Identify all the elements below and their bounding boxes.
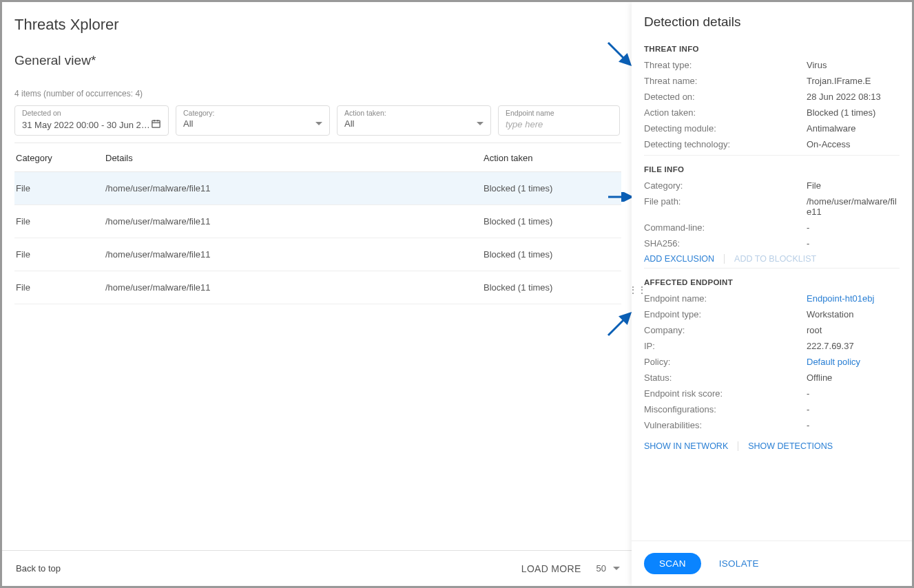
cell-details: /home/user/malware/file11 <box>105 282 484 293</box>
kv-val: - <box>807 222 900 233</box>
svg-rect-0 <box>152 120 160 127</box>
affected-endpoint-header: AFFECTED ENDPOINT <box>644 275 900 286</box>
load-more-button[interactable]: LOAD MORE <box>521 563 581 574</box>
kv-key: Vulnerabilities: <box>644 420 807 430</box>
filter-action-taken[interactable]: Action taken: All <box>337 105 491 136</box>
cell-action: Blocked (1 times) <box>484 183 621 193</box>
endpoint-actions: SHOW IN NETWORK SHOW DETECTIONS <box>644 441 900 451</box>
filters-row: Detected on 31 May 2022 00:00 - 30 Jun 2… <box>14 105 621 136</box>
cell-action: Blocked (1 times) <box>484 282 621 293</box>
kv-key: Endpoint type: <box>644 309 807 319</box>
filter-value: All <box>183 118 193 129</box>
filter-label: Endpoint name <box>506 109 612 117</box>
footer-bar: Back to top LOAD MORE 50 <box>2 550 634 586</box>
filter-value: 31 May 2022 00:00 - 30 Jun 202... <box>22 120 151 130</box>
kv-key: Status: <box>644 372 807 383</box>
cell-details: /home/user/malware/file11 <box>105 216 484 227</box>
kv-key: Policy: <box>644 357 807 367</box>
filter-value: All <box>344 118 354 129</box>
filter-label: Action taken: <box>344 109 484 117</box>
table-row[interactable]: File /home/user/malware/file11 Blocked (… <box>14 172 621 205</box>
page-title: Threats Xplorer <box>14 16 621 34</box>
kv-val: Workstation <box>807 309 900 319</box>
threat-info-header: THREAT INFO <box>644 42 900 53</box>
table-header: Category Details Action taken <box>14 143 621 172</box>
kv-key: Action taken: <box>644 107 807 118</box>
col-details: Details <box>105 153 484 163</box>
kv-val: On-Access <box>807 139 900 149</box>
kv-key: File path: <box>644 196 807 217</box>
kv-val: 28 Jun 2022 08:13 <box>807 92 900 102</box>
col-category: Category <box>14 153 105 163</box>
kv-key: Command-line: <box>644 222 807 233</box>
divider <box>644 268 900 269</box>
cell-category: File <box>14 216 105 227</box>
policy-link[interactable]: Default policy <box>807 357 860 367</box>
kv-key: Endpoint name: <box>644 293 807 304</box>
filter-category[interactable]: Category: All <box>176 105 330 136</box>
back-to-top-link[interactable]: Back to top <box>16 563 61 574</box>
kv-key: Misconfigurations: <box>644 404 807 414</box>
drag-handle-icon[interactable]: ⋮⋮ <box>628 288 646 291</box>
kv-val: 222.7.69.37 <box>807 341 900 351</box>
cell-details: /home/user/malware/file11 <box>105 249 484 260</box>
kv-key: Company: <box>644 325 807 335</box>
file-info-header: FILE INFO <box>644 162 900 174</box>
kv-key: Threat type: <box>644 60 807 70</box>
kv-val: Blocked (1 times) <box>807 107 900 118</box>
filter-label: Category: <box>183 109 322 117</box>
load-more-area: LOAD MORE 50 <box>521 563 620 574</box>
items-count: 4 items (number of occurrences: 4) <box>14 89 621 98</box>
sub-title: General view* <box>14 53 621 68</box>
calendar-icon <box>151 118 161 131</box>
kv-key: IP: <box>644 341 807 351</box>
kv-key: Detecting technology: <box>644 139 807 149</box>
side-title: Detection details <box>644 14 900 30</box>
cell-action: Blocked (1 times) <box>484 249 621 260</box>
kv-val: /home/user/malware/file11 <box>807 196 900 217</box>
chevron-down-icon <box>315 122 322 125</box>
divider <box>644 155 900 156</box>
kv-key: Detected on: <box>644 92 807 102</box>
cell-details: /home/user/malware/file11 <box>105 183 484 193</box>
add-exclusion-button[interactable]: ADD EXCLUSION <box>644 254 725 264</box>
main-panel: Threats Xplorer General view* 4 items (n… <box>2 2 634 586</box>
kv-key: Detecting module: <box>644 123 807 134</box>
table-row[interactable]: File /home/user/malware/file11 Blocked (… <box>14 238 621 271</box>
cell-category: File <box>14 282 105 293</box>
isolate-button[interactable]: ISOLATE <box>719 558 759 569</box>
cell-action: Blocked (1 times) <box>484 216 621 227</box>
side-footer: SCAN ISOLATE <box>632 540 912 586</box>
filter-detected-on[interactable]: Detected on 31 May 2022 00:00 - 30 Jun 2… <box>14 105 169 136</box>
kv-val: - <box>807 238 900 249</box>
kv-val: - <box>807 420 900 430</box>
kv-val: Trojan.IFrame.E <box>807 76 900 86</box>
filter-endpoint-name[interactable]: Endpoint name <box>498 105 620 136</box>
kv-val: Virus <box>807 60 900 70</box>
endpoint-name-input[interactable] <box>506 119 612 129</box>
page-size-select[interactable]: 50 <box>596 563 620 574</box>
show-detections-button[interactable]: SHOW DETECTIONS <box>738 441 842 451</box>
filter-label: Detected on <box>22 109 161 117</box>
table-row[interactable]: File /home/user/malware/file11 Blocked (… <box>14 205 621 238</box>
kv-val: Offline <box>807 372 900 383</box>
add-to-blocklist-button: ADD TO BLOCKLIST <box>725 254 826 264</box>
kv-key: Endpoint risk score: <box>644 388 807 399</box>
cell-category: File <box>14 183 105 193</box>
cell-category: File <box>14 249 105 260</box>
kv-key: SHA256: <box>644 238 807 249</box>
kv-val: - <box>807 388 900 399</box>
kv-val: Antimalware <box>807 123 900 134</box>
show-in-network-button[interactable]: SHOW IN NETWORK <box>644 441 738 451</box>
kv-key: Category: <box>644 180 807 191</box>
table-row[interactable]: File /home/user/malware/file11 Blocked (… <box>14 271 621 304</box>
kv-val: - <box>807 404 900 414</box>
page-size-value: 50 <box>596 563 606 574</box>
scan-button[interactable]: SCAN <box>644 553 701 574</box>
chevron-down-icon <box>477 122 484 125</box>
kv-val: File <box>807 180 900 191</box>
col-action: Action taken <box>484 153 621 163</box>
detection-details-panel: ⋮⋮ Detection details THREAT INFO Threat … <box>632 2 912 586</box>
file-actions: ADD EXCLUSION ADD TO BLOCKLIST <box>644 254 900 264</box>
endpoint-name-link[interactable]: Endpoint-ht01ebj <box>807 293 874 304</box>
